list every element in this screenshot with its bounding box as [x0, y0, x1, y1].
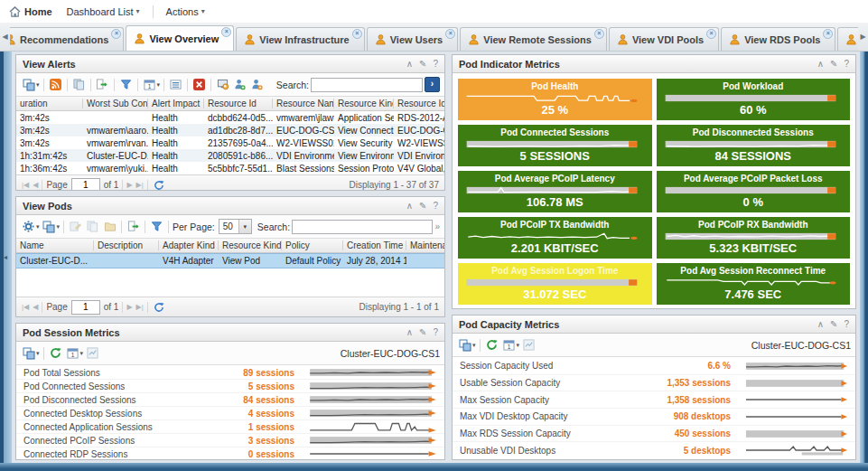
filter-icon[interactable]: [118, 78, 134, 92]
tile-pod-health[interactable]: Pod Health 25 %: [458, 79, 652, 120]
copy-icon[interactable]: [71, 78, 87, 92]
rss-feed-icon[interactable]: [48, 78, 63, 92]
next-page-icon[interactable]: ▶: [126, 303, 132, 311]
close-icon[interactable]: ×: [352, 29, 362, 39]
metric-row[interactable]: Max RDS Session Capacity 450 sessions: [453, 426, 855, 443]
collapse-icon[interactable]: ∧: [406, 59, 413, 69]
metric-row[interactable]: Unusable VDI Desktops 5 desktops: [453, 442, 855, 458]
close-icon[interactable]: ×: [594, 29, 604, 39]
first-page-icon[interactable]: |◀: [22, 303, 29, 311]
column-header[interactable]: Resource Kind: [219, 240, 282, 250]
tab-view-remote-sessions[interactable]: View Remote Sessions ×: [460, 27, 607, 51]
chevron-down-icon[interactable]: ▾: [80, 350, 84, 357]
tile-pod-workload[interactable]: Pod Workload 60 %: [657, 79, 851, 120]
chevron-down-icon[interactable]: ▾: [36, 81, 40, 89]
prev-page-icon[interactable]: ◀: [33, 181, 38, 189]
sidebar-collapse-handle[interactable]: ◂: [4, 249, 7, 267]
export-icon[interactable]: [126, 220, 141, 234]
tile-pod-avg-session-reconnect-time[interactable]: Pod Avg Session Reconnect Time 7.476 SEC: [657, 263, 851, 305]
more-tools-icon[interactable]: »: [434, 221, 440, 231]
collapse-icon[interactable]: ∧: [817, 319, 824, 329]
tab-scroll-left-icon[interactable]: ◀: [0, 23, 10, 51]
column-header[interactable]: Policy: [282, 240, 343, 250]
search-go-button[interactable]: ›: [425, 77, 440, 92]
monitor-search-icon[interactable]: [215, 78, 230, 92]
chevron-down-icon[interactable]: ▾: [157, 81, 161, 89]
close-icon[interactable]: ×: [111, 29, 121, 39]
refresh-icon[interactable]: [484, 338, 499, 353]
chevron-down-icon[interactable]: ▾: [472, 342, 476, 349]
filter-icon[interactable]: [149, 220, 164, 234]
folder-open-icon[interactable]: [102, 220, 117, 234]
chevron-down-icon[interactable]: ▾: [36, 223, 40, 231]
delete-alert-icon[interactable]: [191, 78, 207, 92]
per-page-select[interactable]: 50 ▾: [219, 219, 252, 234]
tab-view-overview[interactable]: View Overview ×: [126, 25, 234, 51]
column-header[interactable]: Resource Identifier: [394, 99, 444, 108]
edit-icon[interactable]: ✎: [830, 59, 837, 69]
chart-options-icon[interactable]: [85, 346, 100, 361]
refresh-icon[interactable]: [152, 178, 167, 192]
column-header[interactable]: Name: [16, 240, 94, 250]
dashboard-list-menu[interactable]: Dashboard List ▾: [67, 6, 140, 17]
home-menu[interactable]: Home: [9, 6, 52, 17]
metric-row[interactable]: Connected RDP Sessions 0 sessions: [16, 447, 444, 460]
metric-row[interactable]: Connected Application Sessions 1 session…: [16, 420, 444, 434]
help-icon[interactable]: ?: [844, 59, 849, 69]
actions-menu[interactable]: Actions ▾: [166, 6, 205, 17]
edit-icon[interactable]: ✎: [419, 201, 426, 211]
window-options-icon[interactable]: [457, 338, 472, 353]
pods-search-input[interactable]: [292, 220, 433, 234]
column-header[interactable]: Worst Sub Contain: [83, 99, 148, 108]
tile-pod-avg-session-logon-time[interactable]: Pod Avg Session Logon Time 31.072 SEC: [458, 263, 652, 305]
prev-page-icon[interactable]: ◀: [33, 303, 38, 311]
first-page-icon[interactable]: |◀: [22, 181, 29, 189]
metric-row[interactable]: Pod Disconnected Sessions 84 sessions: [16, 393, 444, 407]
refresh-icon[interactable]: [48, 346, 63, 361]
column-header[interactable]: Resource Id: [204, 99, 273, 108]
chevron-down-icon[interactable]: ▾: [36, 350, 40, 357]
column-header[interactable]: Resource Name: [273, 99, 334, 108]
calendar-icon[interactable]: 1: [142, 78, 157, 92]
tile-pod-connected-sessions[interactable]: Pod Connected Sessions 5 SESSIONS: [458, 125, 652, 166]
metric-row[interactable]: Connected PCoIP Sessions 3 sessions: [16, 434, 444, 447]
metric-row[interactable]: Pod Connected Sessions 5 sessions: [16, 380, 444, 393]
close-icon[interactable]: ×: [445, 29, 455, 39]
metric-row[interactable]: Max VDI Desktop Capacity 908 desktops: [453, 409, 855, 426]
calendar-icon[interactable]: 1: [65, 346, 80, 361]
help-icon[interactable]: ?: [844, 319, 849, 329]
last-page-icon[interactable]: ▶|: [136, 303, 144, 311]
table-row-selected[interactable]: Cluster-EUC-D...V4H AdapterView PodDefau…: [16, 253, 444, 268]
alerts-search-input[interactable]: [311, 78, 423, 92]
window-options-icon[interactable]: [21, 78, 36, 92]
close-icon[interactable]: ×: [823, 29, 833, 39]
tab-view-infrastructure[interactable]: View Infrastructure ×: [236, 27, 364, 51]
column-header[interactable]: Resource Kind: [334, 99, 394, 108]
close-icon[interactable]: ×: [221, 27, 231, 37]
metric-row[interactable]: Usable Session Capacity 1,353 sessions: [453, 375, 855, 392]
column-header[interactable]: Alert Impact: [148, 99, 204, 108]
chevron-down-icon[interactable]: ▾: [57, 223, 61, 231]
refresh-icon[interactable]: [152, 300, 167, 315]
tile-pod-pcoip-tx-bandwidth[interactable]: Pod PCoIP TX Bandwidth 2.201 KBIT/SEC: [458, 217, 652, 259]
tile-pod-disconnected-sessions[interactable]: Pod Disconnected Sessions 84 SESSIONS: [657, 125, 851, 166]
user-add-green-icon[interactable]: [232, 78, 247, 92]
chevron-down-icon[interactable]: ▾: [517, 342, 520, 349]
help-icon[interactable]: ?: [433, 59, 438, 69]
user-add-orange-icon[interactable]: [249, 78, 265, 92]
collapse-icon[interactable]: ∧: [817, 59, 824, 69]
tab-view-users[interactable]: View Users ×: [367, 27, 459, 51]
column-header[interactable]: Creation Time: [343, 240, 406, 250]
tab-view-ts-pools[interactable]: View TS Pools ×: [837, 27, 858, 51]
help-icon[interactable]: ?: [433, 201, 438, 211]
page-input[interactable]: [71, 178, 100, 192]
column-header[interactable]: Maintenance Sc: [406, 240, 444, 250]
metric-row[interactable]: Session Capacity Used 6.6 %: [453, 358, 855, 375]
tab-recommendations[interactable]: Recommendations ×: [0, 27, 124, 51]
metric-row[interactable]: Pod Total Sessions 89 sessions: [16, 366, 444, 380]
gear-icon[interactable]: [21, 220, 36, 234]
metric-row[interactable]: Max Session Capacity 1,358 sessions: [453, 391, 855, 409]
tile-pod-average-pcoip-packet-loss[interactable]: Pod Average PCoIP Packet Loss 0 %: [657, 171, 851, 212]
window-options-icon[interactable]: [21, 346, 36, 361]
table-row[interactable]: 1h:31m:42sCluster-EUC-D...Health2080591c…: [16, 149, 444, 162]
